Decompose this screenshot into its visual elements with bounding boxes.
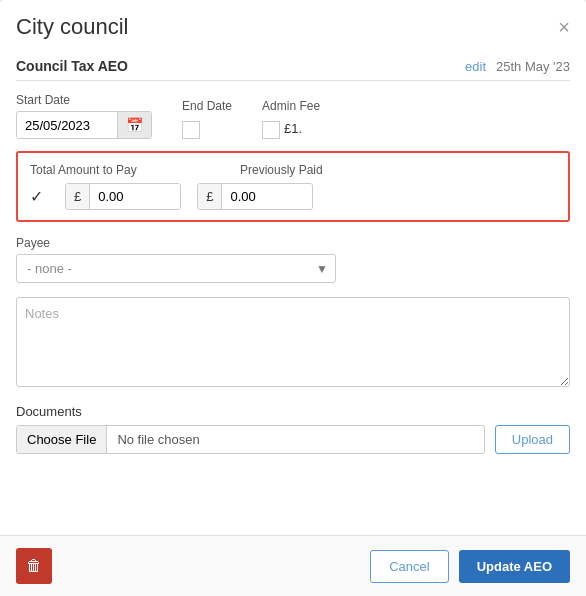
- section-title: Council Tax AEO: [16, 58, 128, 74]
- date-fields-row: Start Date 📅 End Date Admin Fee £1.: [16, 93, 570, 139]
- amount-section: Total Amount to Pay Previously Paid ✓ £ …: [16, 151, 570, 222]
- edit-link[interactable]: edit: [465, 59, 486, 74]
- admin-fee-label: Admin Fee: [262, 99, 320, 113]
- start-date-input[interactable]: [17, 113, 117, 138]
- notes-textarea[interactable]: [16, 297, 570, 387]
- choose-file-button[interactable]: Choose File: [17, 426, 107, 453]
- edit-date: 25th May '23: [496, 59, 570, 74]
- documents-label: Documents: [16, 404, 570, 419]
- start-date-group: Start Date 📅: [16, 93, 152, 139]
- amount-labels-row: Total Amount to Pay Previously Paid: [30, 163, 556, 177]
- previously-paid-input-wrap: £: [197, 183, 313, 210]
- modal-body: Council Tax AEO edit 25th May '23 Start …: [0, 50, 586, 535]
- total-pound-symbol: £: [66, 184, 90, 209]
- start-date-input-wrap: 📅: [16, 111, 152, 139]
- previously-paid-label: Previously Paid: [240, 163, 390, 177]
- end-date-group: End Date: [182, 99, 232, 139]
- close-button[interactable]: ×: [558, 17, 570, 37]
- documents-row: Choose File No file chosen Upload: [16, 425, 570, 454]
- section-header-row: Council Tax AEO edit 25th May '23: [16, 50, 570, 81]
- modal-container: City council × Council Tax AEO edit 25th…: [0, 0, 586, 596]
- admin-fee-checkbox[interactable]: [262, 121, 280, 139]
- total-amount-input-wrap: £: [65, 183, 181, 210]
- modal-footer: 🗑 Cancel Update AEO: [0, 535, 586, 596]
- cancel-button[interactable]: Cancel: [370, 550, 448, 583]
- modal-title: City council: [16, 14, 128, 40]
- admin-fee-group: Admin Fee £1.: [262, 99, 320, 139]
- payee-section: Payee - none - ▼: [16, 236, 570, 283]
- modal-header: City council ×: [0, 0, 586, 50]
- notes-section: [16, 297, 570, 390]
- admin-fee-input-wrap: £1.: [262, 117, 320, 139]
- end-date-checkbox[interactable]: [182, 121, 200, 139]
- upload-button[interactable]: Upload: [495, 425, 570, 454]
- checkmark-icon: ✓: [30, 187, 43, 206]
- amount-inputs-row: ✓ £ £: [30, 183, 556, 210]
- footer-actions: Cancel Update AEO: [370, 550, 570, 583]
- calendar-button[interactable]: 📅: [117, 112, 151, 138]
- previously-paid-input[interactable]: [222, 184, 312, 209]
- update-button[interactable]: Update AEO: [459, 550, 570, 583]
- delete-button[interactable]: 🗑: [16, 548, 52, 584]
- documents-section: Documents Choose File No file chosen Upl…: [16, 404, 570, 454]
- total-amount-label: Total Amount to Pay: [30, 163, 180, 177]
- trash-icon: 🗑: [26, 557, 42, 575]
- admin-fee-text: £1.: [284, 121, 302, 136]
- end-date-label: End Date: [182, 99, 232, 113]
- prev-pound-symbol: £: [198, 184, 222, 209]
- total-amount-input[interactable]: [90, 184, 180, 209]
- payee-label: Payee: [16, 236, 570, 250]
- no-file-text: No file chosen: [107, 426, 209, 453]
- payee-select-wrap: - none - ▼: [16, 254, 336, 283]
- start-date-label: Start Date: [16, 93, 152, 107]
- edit-date-group: edit 25th May '23: [465, 58, 570, 74]
- payee-select[interactable]: - none -: [16, 254, 336, 283]
- file-input-wrap: Choose File No file chosen: [16, 425, 485, 454]
